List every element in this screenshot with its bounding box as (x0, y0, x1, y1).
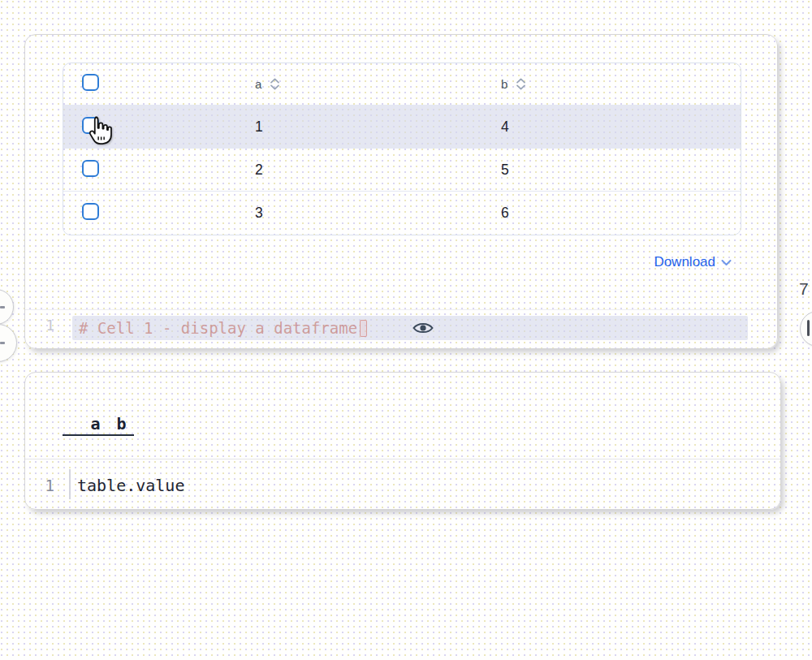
line-number: 1 (37, 474, 54, 497)
column-label: b (501, 77, 508, 91)
output-index-spacer (63, 412, 82, 431)
column-header-a[interactable]: a (255, 77, 501, 91)
dataframe-table: a b (63, 63, 741, 235)
download-label: Download (654, 254, 715, 270)
text-caret (360, 320, 367, 337)
table-cell-a: 2 (255, 162, 501, 179)
select-all-cell (63, 74, 255, 94)
select-row-checkbox[interactable] (82, 160, 99, 177)
run-cell-button[interactable] (800, 311, 812, 347)
select-row-checkbox[interactable] (82, 203, 99, 220)
select-cell (63, 160, 255, 180)
sort-icon[interactable] (516, 78, 526, 90)
chevron-down-icon (721, 259, 732, 266)
sort-icon[interactable] (270, 78, 280, 90)
cell-runtime-label: 7 (799, 279, 809, 299)
column-label: a (255, 77, 261, 91)
line-number: 1 (37, 317, 54, 334)
select-cell (63, 203, 255, 223)
output-code-divider (25, 459, 780, 459)
output-column-b: b (109, 412, 134, 431)
action-icon (0, 342, 5, 344)
table-cell-b: 4 (501, 119, 741, 136)
gutter-rule (69, 469, 71, 499)
hidden-code-strip[interactable]: # Cell 1 - display a dataframe (72, 316, 748, 340)
table-row[interactable]: 2 5 (63, 149, 741, 192)
table-cell-b: 6 (501, 205, 741, 222)
column-header-b[interactable]: b (501, 77, 741, 91)
code-area-divider (25, 309, 777, 310)
cursor-hand-icon (84, 115, 114, 149)
notebook-cell-table-value: a b 1 table.value (24, 372, 781, 510)
output-header-row: a b (63, 412, 134, 436)
eye-icon[interactable] (411, 319, 435, 340)
table-cell-a: 1 (255, 119, 501, 136)
table-header-row: a b (63, 63, 741, 106)
table-cell-a: 3 (255, 205, 501, 222)
notebook-cell-dataframe: a b (24, 34, 778, 349)
select-all-checkbox[interactable] (82, 74, 99, 91)
table-row[interactable]: 1 4 (63, 106, 741, 149)
action-icon (0, 306, 5, 308)
code-editor-line[interactable]: table.value (77, 474, 184, 497)
run-icon (807, 320, 810, 336)
code-comment-text: # Cell 1 - display a dataframe (79, 316, 357, 340)
table-cell-b: 5 (501, 162, 741, 179)
download-button[interactable]: Download (654, 254, 732, 270)
table-row[interactable]: 3 6 (63, 192, 741, 235)
output-column-a: a (82, 412, 109, 431)
output-dataframe: a b (63, 412, 134, 436)
